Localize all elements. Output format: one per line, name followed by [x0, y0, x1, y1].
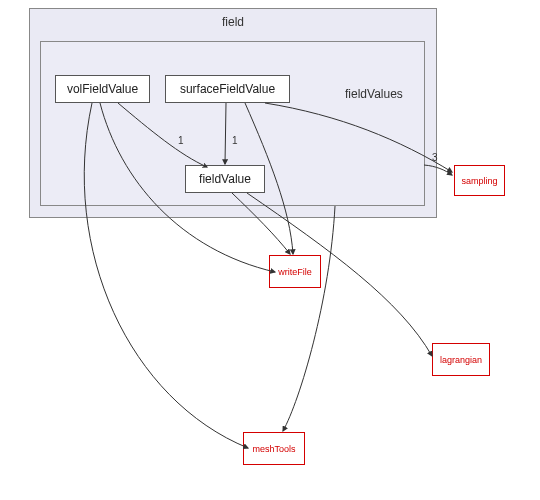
- node-surfacefieldvalue[interactable]: surfaceFieldValue: [165, 75, 290, 103]
- diagram-canvas: field fieldValues volFieldValue surfaceF…: [0, 0, 540, 500]
- node-lagrangian[interactable]: lagrangian: [432, 343, 490, 376]
- node-surfacefieldvalue-label: surfaceFieldValue: [180, 82, 275, 96]
- node-meshtools[interactable]: meshTools: [243, 432, 305, 465]
- node-fieldvalue-label: fieldValue: [199, 172, 251, 186]
- cluster-field-label: field: [30, 15, 436, 29]
- node-volfieldvalue[interactable]: volFieldValue: [55, 75, 150, 103]
- edge-label-fv-sampling: 3: [432, 152, 438, 163]
- node-meshtools-label: meshTools: [252, 444, 295, 454]
- edge-label-vfv-fv: 1: [178, 135, 184, 146]
- node-volfieldvalue-label: volFieldValue: [67, 82, 138, 96]
- node-fieldvalue[interactable]: fieldValue: [185, 165, 265, 193]
- node-writefile-label: writeFile: [278, 267, 312, 277]
- node-sampling[interactable]: sampling: [454, 165, 505, 196]
- node-lagrangian-label: lagrangian: [440, 355, 482, 365]
- cluster-fieldvalues-label: fieldValues: [345, 87, 403, 101]
- edge-label-sfv-fv: 1: [232, 135, 238, 146]
- node-writefile[interactable]: writeFile: [269, 255, 321, 288]
- node-sampling-label: sampling: [461, 176, 497, 186]
